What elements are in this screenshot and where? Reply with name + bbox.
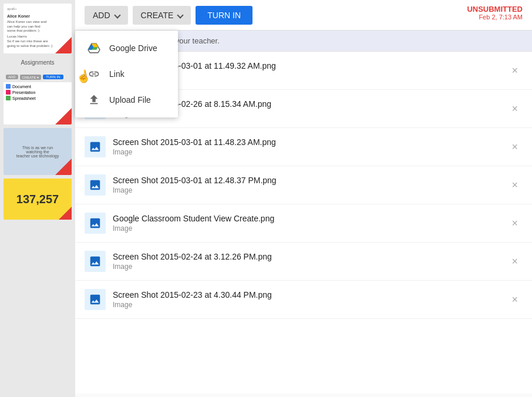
file-remove-button[interactable]: × — [507, 101, 523, 116]
file-remove-button[interactable]: × — [507, 177, 523, 193]
file-type-icon — [85, 213, 106, 234]
file-remove-button[interactable]: × — [507, 63, 523, 78]
file-type-label: Image — [113, 148, 507, 156]
dropdown-item-label: Link — [109, 69, 124, 79]
dropdown-menu: Google DriveLinkUpload File — [75, 31, 178, 117]
file-type-icon — [85, 136, 106, 157]
file-item: Screen Shot 2015-03-01 at 11.48.23 AM.pn… — [75, 128, 532, 166]
unsubmitted-date: Feb 2, 7:13 AM — [467, 14, 523, 21]
file-item: Screen Shot 2015-03-01 at 12.48.37 PM.pn… — [75, 166, 532, 204]
file-name: Screen Shot 2015-02-24 at 3.12.26 PM.png — [113, 252, 507, 261]
dropdown-item-google-drive[interactable]: Google Drive — [75, 35, 178, 61]
google-drive-icon — [87, 41, 101, 55]
sidebar-thumb-2: ADD CREATE ▾ TURN IN Document Presentati… — [4, 72, 72, 125]
dropdown-item-link[interactable]: Link — [75, 61, 178, 87]
create-button[interactable]: CREATE — [133, 6, 191, 25]
file-item: Screen Shot 2015-02-24 at 3.12.26 PM.png… — [75, 243, 532, 281]
assignments-label: Assignments — [0, 57, 75, 68]
file-remove-button[interactable]: × — [507, 216, 523, 231]
sidebar: apa6+ Alice Koner Alice Koner can view a… — [0, 0, 75, 397]
dropdown-item-upload-file[interactable]: Upload File — [75, 87, 178, 113]
link-icon — [87, 67, 101, 81]
create-label: CREATE — [141, 11, 174, 20]
dropdown-item-label: Upload File — [109, 95, 151, 105]
add-dropdown: Google DriveLinkUpload File — [75, 31, 178, 117]
file-info: Screen Shot 2015-02-23 at 4.30.44 PM.png… — [113, 290, 507, 309]
file-name: Screen Shot 2015-02-23 at 4.30.44 PM.png — [113, 290, 507, 300]
create-chevron-icon — [177, 12, 184, 18]
toolbar: ADD CREATE TURN IN UNSUBMITTED Feb 2, 7:… — [75, 0, 532, 31]
file-info: Screen Shot 2015-03-01 at 11.48.23 AM.pn… — [113, 137, 507, 156]
file-name: Screen Shot 2015-03-01 at 11.48.23 AM.pn… — [113, 137, 507, 147]
file-name: Screen Shot 2015-03-01 at 12.48.37 PM.pn… — [113, 176, 507, 185]
turnin-label: TURN IN — [207, 11, 241, 20]
main-content: ADD CREATE TURN IN UNSUBMITTED Feb 2, 7:… — [75, 0, 532, 397]
add-chevron-icon — [114, 12, 120, 18]
file-remove-button[interactable]: × — [507, 254, 523, 269]
file-item: Screen Shot 2015-02-23 at 4.30.44 PM.png… — [75, 281, 532, 319]
sidebar-thumb-3: This is as we runwatching theteacher use… — [4, 128, 72, 175]
file-type-label: Image — [113, 301, 507, 309]
upload-file-icon — [87, 93, 101, 107]
file-type-label: Image — [113, 224, 507, 233]
sidebar-thumb-yellow: 137,257 — [4, 179, 72, 220]
file-info: Google Classroom Student View Create.png… — [113, 214, 507, 233]
file-info: Screen Shot 2015-02-24 at 3.12.26 PM.png… — [113, 252, 507, 271]
add-button[interactable]: ADD — [85, 6, 128, 25]
dropdown-item-label: Google Drive — [109, 43, 157, 53]
file-type-icon — [85, 289, 106, 310]
status-badge: UNSUBMITTED Feb 2, 7:13 AM — [457, 0, 532, 25]
file-info: Screen Shot 2015-03-01 at 12.48.37 PM.pn… — [113, 176, 507, 194]
file-type-icon — [85, 251, 106, 272]
unsubmitted-text: UNSUBMITTED — [467, 5, 523, 14]
file-name: Google Classroom Student View Create.png — [113, 214, 507, 223]
file-type-label: Image — [113, 186, 507, 194]
add-label: ADD — [93, 11, 110, 20]
file-remove-button[interactable]: × — [507, 139, 523, 154]
file-remove-button[interactable]: × — [507, 292, 523, 307]
sidebar-thumb-1: apa6+ Alice Koner Alice Koner can view a… — [4, 4, 72, 53]
file-type-icon — [85, 174, 106, 196]
file-type-label: Image — [113, 263, 507, 271]
file-item: Google Classroom Student View Create.png… — [75, 204, 532, 243]
turnin-button[interactable]: TURN IN — [196, 6, 252, 25]
